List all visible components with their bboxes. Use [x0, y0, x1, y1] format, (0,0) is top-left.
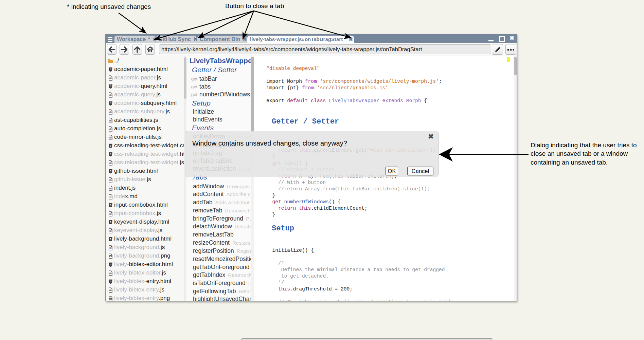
svg-text:5: 5 — [110, 280, 111, 283]
svg-text:⟨/⟩: ⟨/⟩ — [109, 128, 112, 131]
svg-text:⟨/⟩: ⟨/⟩ — [109, 94, 112, 97]
svg-text:⟨/⟩: ⟨/⟩ — [109, 247, 112, 249]
svg-text:⟨/⟩: ⟨/⟩ — [109, 111, 112, 114]
svg-text:⟨/⟩: ⟨/⟩ — [109, 136, 112, 139]
svg-text:5: 5 — [110, 68, 111, 71]
svg-text:5: 5 — [110, 263, 111, 266]
svg-text:⟨/⟩: ⟨/⟩ — [109, 162, 112, 165]
svg-text:5: 5 — [110, 238, 111, 241]
svg-text:⟨/⟩: ⟨/⟩ — [109, 179, 112, 182]
svg-text:5: 5 — [110, 153, 111, 156]
svg-text:5: 5 — [110, 170, 111, 173]
svg-text:⟨/⟩: ⟨/⟩ — [109, 119, 112, 122]
svg-text:3: 3 — [110, 144, 111, 147]
svg-text:⟨/⟩: ⟨/⟩ — [109, 272, 112, 275]
svg-text:5: 5 — [110, 102, 111, 105]
svg-text:⟨/⟩: ⟨/⟩ — [109, 77, 112, 80]
svg-text:⟨/⟩: ⟨/⟩ — [109, 213, 112, 215]
svg-text:⟨/⟩: ⟨/⟩ — [109, 289, 112, 292]
svg-text:5: 5 — [110, 85, 111, 88]
svg-text:⟨/⟩: ⟨/⟩ — [109, 187, 112, 190]
svg-text:⟨/⟩: ⟨/⟩ — [109, 230, 112, 232]
svg-text:5: 5 — [110, 221, 111, 224]
svg-text:5: 5 — [110, 204, 111, 207]
